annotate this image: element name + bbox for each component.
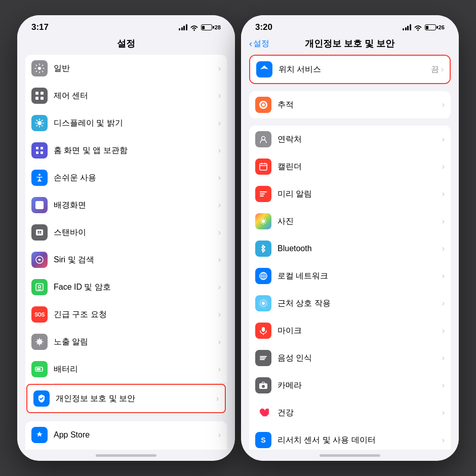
settings-item-siri[interactable]: Siri 및 검색 › [25,246,227,273]
general-chevron: › [218,64,221,73]
right-location-group: 위치 서비스 끔 › [249,55,451,84]
right-page-title: 개인정보 보호 및 보안 [305,37,394,50]
location-label: 위치 서비스 [279,64,431,75]
settings-item-privacy[interactable]: 개인정보 보호 및 보안 › [26,384,226,413]
right-status-bar: 3:20 26 [241,15,459,35]
wifi-icon [190,24,199,31]
settings-item-tracking[interactable]: 추적 › [249,91,451,118]
svg-rect-11 [35,201,44,209]
microphone-icon [255,323,271,339]
standby-label: 스탠바이 [54,227,218,238]
settings-item-wallet[interactable]: 지갑 및 Apple Pay › [25,449,227,450]
settings-item-local-network[interactable]: 로컬 네트워크 › [249,262,451,290]
accessibility-chevron: › [218,173,221,182]
settings-item-location[interactable]: 위치 서비스 끔 › [250,56,450,83]
settings-item-wallpaper[interactable]: 배경화면 › [25,191,227,219]
research-chevron: › [442,435,445,445]
camera-icon [255,377,271,393]
wallpaper-label: 배경화면 [54,200,218,211]
wallpaper-chevron: › [218,201,221,210]
contacts-label: 연락처 [277,134,442,145]
photos-label: 사진 [277,216,442,227]
tracking-label: 추적 [277,100,442,110]
settings-item-calendar[interactable]: 캘린더 › [249,153,451,180]
settings-item-general[interactable]: 일반 › [25,55,227,82]
settings-item-emergency[interactable]: SOS 긴급 구조 요청 › [25,301,227,328]
settings-item-reminders[interactable]: 미리 알림 › [249,180,451,208]
battery-icon [201,24,212,30]
left-time: 3:17 [31,22,49,32]
left-settings-content[interactable]: 일반 › 제어 센터 › [17,55,235,450]
back-label: 설정 [253,38,269,49]
right-tracking-group: 추적 › [249,91,451,118]
research-label: 리서치 센서 및 사용 데이터 [277,435,442,446]
camera-chevron: › [442,381,445,390]
contacts-icon [255,131,271,147]
settings-item-accessibility[interactable]: 손쉬운 사용 › [25,164,227,191]
siri-label: Siri 및 검색 [54,255,218,265]
svg-rect-26 [260,164,267,170]
svg-point-5 [37,121,42,125]
location-icon [256,61,272,77]
local-network-chevron: › [442,271,445,281]
svg-point-0 [38,67,41,70]
settings-item-microphone[interactable]: 마이크 › [249,317,451,344]
settings-item-app-store[interactable]: App Store › [25,421,227,449]
privacy-chevron: › [216,394,219,403]
calendar-icon [255,158,271,175]
settings-item-contacts[interactable]: 연락처 › [249,126,451,153]
right-time: 3:20 [255,22,272,32]
svg-rect-2 [41,92,44,95]
settings-item-speech[interactable]: 음성 인식 › [249,344,451,372]
battery-label: 배터리 [54,364,218,375]
right-apps-group: 연락처 › 캘린더 › [249,126,451,450]
photos-chevron: › [442,217,445,226]
control-center-icon [31,88,48,104]
svg-point-30 [262,302,265,305]
control-center-label: 제어 센터 [54,91,218,101]
settings-item-nearby[interactable]: 근처 상호 작용 › [249,290,451,317]
phones-container: 3:17 28 [17,15,459,461]
svg-point-27 [262,220,265,223]
right-battery-text: 26 [439,24,445,30]
location-chevron: › [441,65,444,74]
back-button[interactable]: ‹ 설정 [249,38,269,49]
wallpaper-icon [31,197,48,213]
calendar-chevron: › [442,162,445,171]
speech-label: 음성 인식 [277,353,442,364]
svg-rect-33 [262,327,265,332]
general-label: 일반 [54,63,218,74]
bluetooth-icon [255,241,271,257]
settings-item-battery[interactable]: 배터리 › [25,355,227,383]
settings-item-bluetooth[interactable]: Bluetooth › [249,235,451,262]
settings-item-face-id[interactable]: Face ID 및 암호 › [25,273,227,301]
emergency-icon: SOS [31,306,48,323]
display-label: 디스플레이 및 밝기 [54,118,218,129]
settings-item-photos[interactable]: 사진 › [249,208,451,235]
local-network-label: 로컬 네트워크 [277,271,442,282]
left-home-indicator [96,454,156,457]
settings-item-standby[interactable]: 스탠바이 › [25,219,227,246]
settings-item-home-screen[interactable]: 홈 화면 및 앱 보관함 › [25,137,227,164]
settings-item-control-center[interactable]: 제어 센터 › [25,82,227,109]
settings-item-exposure[interactable]: 노출 알림 › [25,328,227,355]
home-screen-icon [31,142,48,158]
right-settings-content[interactable]: 위치 서비스 끔 › 추적 › [241,55,459,450]
emergency-label: 긴급 구조 요청 [54,309,218,320]
microphone-label: 마이크 [277,326,442,336]
settings-item-research[interactable]: S 리서치 센서 및 사용 데이터 › [249,426,451,450]
svg-rect-8 [36,151,38,154]
svg-rect-9 [41,151,43,154]
svg-point-16 [38,286,41,288]
accessibility-label: 손쉬운 사용 [54,173,218,183]
settings-item-display[interactable]: 디스플레이 및 밝기 › [25,109,227,137]
battery-text: 28 [215,24,221,30]
settings-item-health[interactable]: 건강 › [249,399,451,426]
left-status-bar: 3:17 28 [17,15,235,35]
settings-item-camera[interactable]: 카메라 › [249,372,451,399]
local-network-icon [255,268,271,284]
general-icon [31,60,48,76]
home-screen-label: 홈 화면 및 앱 보관함 [54,145,218,156]
emergency-chevron: › [218,310,221,319]
battery-settings-icon [31,361,48,377]
